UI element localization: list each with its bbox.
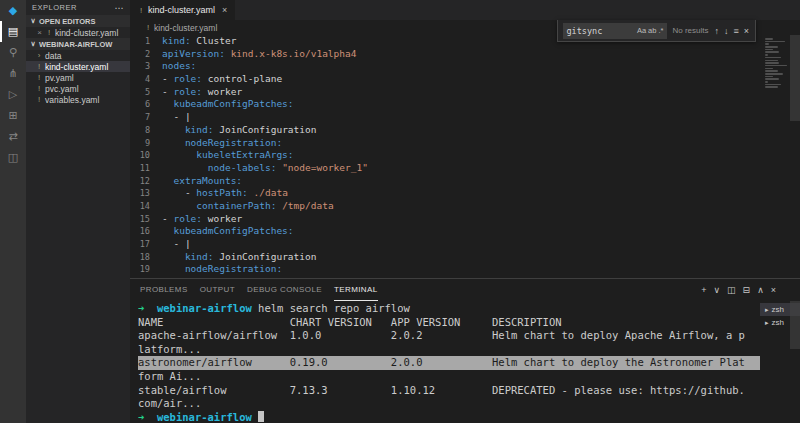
match-case-icon[interactable]: Aa: [636, 26, 647, 35]
terminal-icon: ▸: [765, 319, 769, 327]
code-line: 13 - hostPath: ./data: [130, 187, 800, 200]
regex-icon[interactable]: .*: [657, 26, 664, 35]
panel-tab-debug-console[interactable]: DEBUG CONSOLE: [247, 280, 322, 301]
more-actions-icon[interactable]: ⋯: [115, 3, 125, 13]
tree-item-label: data: [45, 51, 62, 61]
open-editors-list: ×!kind-cluster.yaml: [26, 27, 130, 38]
editor-group: ! kind-cluster.yaml × ! kind-cluster.yam…: [130, 0, 800, 278]
panel-tab-output[interactable]: OUTPUT: [200, 280, 235, 301]
code-token: kubeadmConfigPatches:: [173, 225, 293, 236]
line-number: 4: [130, 73, 162, 86]
panel-scrollbar[interactable]: [790, 301, 800, 423]
terminal-segment: astronomer/airflow 0.19.0 2.0.0 Helm cha…: [138, 356, 745, 368]
open-editor-item[interactable]: ×!kind-cluster.yaml: [26, 27, 130, 38]
panel-tabs: PROBLEMSOUTPUTDEBUG CONSOLETERMINAL: [140, 280, 378, 301]
close-editor-icon[interactable]: ×: [36, 28, 43, 37]
find-in-selection-icon[interactable]: ≡: [732, 26, 739, 36]
line-number: 2: [130, 48, 162, 61]
code-token: kubeadmConfigPatches:: [173, 98, 293, 109]
yaml-file-icon: !: [36, 95, 42, 104]
code-text: - hostPath: ./data: [162, 187, 288, 200]
chevron-down-icon: ∨: [29, 40, 37, 48]
editor-scrollbar-thumb[interactable]: [790, 35, 800, 121]
code-line: 5- role: worker: [130, 86, 800, 99]
terminal-select-icon[interactable]: ∨: [713, 285, 720, 295]
terminal-segment: apache-airflow/airflow 1.0.0 2.0.2 Helm …: [138, 329, 745, 341]
file-tree: ›data!kind-cluster.yaml!pv.yaml!pvc.yaml…: [26, 50, 130, 105]
code-line: 18 kind: JoinConfiguration: [130, 251, 800, 264]
explorer-icon[interactable]: ▤: [0, 21, 26, 42]
tree-item-label: kind-cluster.yaml: [45, 62, 108, 72]
close-panel-icon[interactable]: ×: [771, 285, 776, 295]
split-terminal-icon[interactable]: ◫: [727, 285, 736, 295]
maximize-panel-icon[interactable]: ∧: [757, 285, 764, 295]
minimap-line: [765, 57, 781, 59]
prev-match-icon[interactable]: ↑: [713, 26, 720, 36]
next-match-icon[interactable]: ↓: [723, 26, 730, 36]
whole-word-icon[interactable]: ab: [647, 26, 657, 35]
terminal-segment: NAME CHART VERSION APP VERSION DESCRIPTI…: [138, 316, 562, 328]
code-token: containerPath:: [196, 200, 276, 211]
panel-actions: +∨◫⊟∧×: [701, 285, 776, 295]
code-line: 7 - |: [130, 111, 800, 124]
minimap-line: [765, 43, 769, 45]
tree-item-file[interactable]: !kind-cluster.yaml: [26, 61, 130, 72]
sidebar-title: EXPLORER: [32, 3, 77, 12]
code-text: - |: [162, 238, 191, 251]
terminal-output[interactable]: ➜ webinar-airflow helm search repo airfl…: [130, 301, 760, 423]
find-input[interactable]: gitsync Aaab.*: [563, 23, 667, 39]
terminal-cursor: [258, 411, 264, 422]
panel-scrollbar-thumb[interactable]: [790, 301, 800, 349]
minimap-line: [765, 54, 768, 56]
folder-section-header[interactable]: ∨ WEBINAR-AIRFLOW: [26, 38, 130, 50]
code-token: -: [162, 187, 196, 198]
editor-scrollbar[interactable]: [790, 35, 800, 278]
code-token: /tmp/data: [276, 200, 333, 211]
code-line: 15- role: worker: [130, 213, 800, 226]
panel-header: PROBLEMSOUTPUTDEBUG CONSOLETERMINAL +∨◫⊟…: [130, 279, 800, 301]
code-token: kind:: [185, 124, 214, 135]
code-text: kind: JoinConfiguration: [162, 251, 316, 264]
minimap[interactable]: [765, 38, 789, 89]
open-editors-header[interactable]: ∨ OPEN EDITORS: [26, 15, 130, 27]
yaml-file-icon: !: [36, 84, 42, 93]
minimap-line: [765, 60, 778, 62]
code-text: kubeadmConfigPatches:: [162, 98, 294, 111]
search-icon[interactable]: ⚲: [0, 42, 26, 63]
vscode-window: ◆▤⚲⋔▷⊞⇄◫ EXPLORER ⋯ ∨ OPEN EDITORS ×!kin…: [0, 0, 800, 423]
code-token: kind:: [185, 251, 214, 262]
code-token: nodeRegistration:: [185, 263, 282, 274]
minimap-line: [765, 70, 778, 72]
terminal-line: ➜ webinar-airflow: [138, 411, 760, 423]
run-debug-icon[interactable]: ▷: [0, 84, 26, 105]
extensions-icon[interactable]: ⊞: [0, 105, 26, 126]
code-editor[interactable]: 1kind: Cluster2apiVersion: kind.x-k8s.io…: [130, 35, 800, 278]
tree-item-folder[interactable]: ›data: [26, 50, 130, 61]
new-terminal-icon[interactable]: +: [701, 285, 706, 295]
close-tab-icon[interactable]: ×: [222, 5, 227, 15]
tree-item-file[interactable]: !pv.yaml: [26, 72, 130, 83]
code-token: [162, 98, 173, 109]
close-find-icon[interactable]: ×: [743, 26, 750, 36]
find-toggles: Aaab.*: [636, 26, 665, 35]
kill-terminal-icon[interactable]: ⊟: [743, 285, 751, 295]
terminal-segment: webinar-airflow: [157, 302, 252, 314]
tab-kind-cluster-yaml[interactable]: ! kind-cluster.yaml ×: [130, 0, 236, 20]
find-buttons: ↑↓≡×: [713, 26, 750, 36]
source-control-icon[interactable]: ⋔: [0, 63, 26, 84]
code-text: apiVersion: kind.x-k8s.io/v1alpha4: [162, 48, 356, 61]
open-editor-label: kind-cluster.yaml: [55, 28, 118, 38]
terminal-segment: helm search repo airflow: [252, 302, 410, 314]
tree-item-file[interactable]: !pvc.yaml: [26, 83, 130, 94]
docker-icon[interactable]: ◫: [0, 147, 26, 168]
vscode-logo-icon[interactable]: ◆: [0, 0, 26, 21]
code-line: 17 - |: [130, 238, 800, 251]
code-token: [162, 251, 185, 262]
tree-item-file[interactable]: !variables.yaml: [26, 94, 130, 105]
panel-tab-problems[interactable]: PROBLEMS: [140, 280, 188, 301]
code-text: - role: control-plane: [162, 73, 282, 86]
remote-icon[interactable]: ⇄: [0, 126, 26, 147]
line-number: 8: [130, 124, 162, 137]
code-text: nodes:: [162, 60, 196, 73]
panel-tab-terminal[interactable]: TERMINAL: [334, 280, 378, 301]
